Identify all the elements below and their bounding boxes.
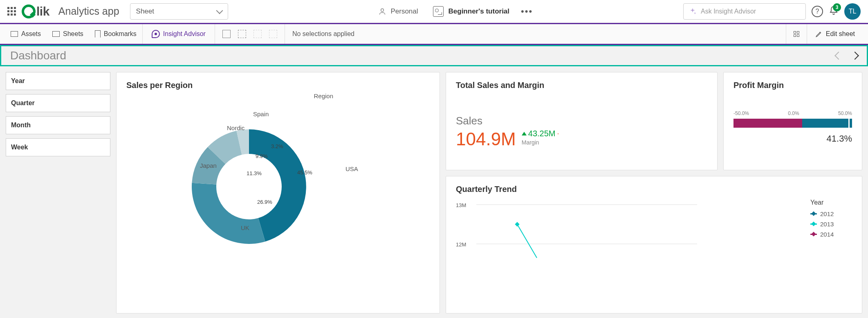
label-nordic: Nordic <box>227 124 244 131</box>
pencil-icon <box>815 30 823 38</box>
next-sheet-button[interactable] <box>851 52 859 60</box>
sales-per-region-card[interactable]: Sales per Region Region Spain Nordic Jap… <box>116 72 440 313</box>
qlik-wordmark: lik <box>36 5 49 18</box>
sheet-dropdown-label: Sheet <box>136 7 154 16</box>
filter-month[interactable]: Month <box>6 116 110 134</box>
svg-point-0 <box>381 9 384 11</box>
pct-usa: 45.5% <box>297 169 312 176</box>
kpi-sub-label: Margin <box>522 139 559 146</box>
app-name: Analytics app <box>58 5 119 17</box>
person-icon <box>378 7 386 16</box>
trend-plot[interactable]: 13M 12M <box>456 199 803 305</box>
sheets-label: Sheets <box>63 30 83 38</box>
filter-year[interactable]: Year <box>6 72 110 90</box>
toolbar-highlight: Assets Sheets Bookmarks Insight Advisor … <box>0 23 868 45</box>
profit-margin-card[interactable]: Profit Margin -50.0% 0.0% 50.0% 41.3% <box>723 72 862 170</box>
filter-quarter[interactable]: Quarter <box>6 94 110 112</box>
legend-dot-icon <box>810 234 817 235</box>
gauge-segment-1 <box>733 119 802 128</box>
sheet-dropdown[interactable]: Sheet <box>130 3 228 20</box>
personal-space-button[interactable]: Personal <box>378 7 418 16</box>
kpi-label: Sales <box>456 115 707 127</box>
step-fwd-icon <box>269 30 277 38</box>
card-title: Total Sales and Margin <box>456 81 707 90</box>
sparkle-icon <box>689 7 697 16</box>
toolbar: Assets Sheets Bookmarks Insight Advisor … <box>0 24 868 44</box>
sheet-title: Dashboard <box>10 49 66 62</box>
sheet-canvas: Year Quarter Month Week Sales per Region… <box>0 66 868 318</box>
donut-chart[interactable]: Region Spain Nordic Japan UK USA 45.5% 2… <box>126 92 430 297</box>
tutorial-link[interactable]: Beginner's tutorial <box>433 6 510 17</box>
top-bar: lik Analytics app Sheet Personal Beginne… <box>0 0 868 23</box>
legend-dot-icon <box>810 223 817 225</box>
sheet-nav <box>836 53 858 59</box>
chevron-down-icon <box>216 7 223 14</box>
assets-label: Assets <box>21 30 41 38</box>
gauge-marker <box>848 119 850 128</box>
total-sales-kpi-card[interactable]: Total Sales and Margin Sales 104.9M 43.2… <box>446 72 718 170</box>
app-icon <box>433 6 444 17</box>
point-2013 <box>515 222 519 226</box>
card-title: Quarterly Trend <box>456 185 852 194</box>
help-button[interactable]: ? <box>812 6 823 17</box>
qlik-logo[interactable]: lik <box>22 5 49 18</box>
gauge-value: 41.3% <box>733 133 852 144</box>
legend-title: Region <box>314 92 333 99</box>
edit-label: Edit sheet <box>826 30 855 38</box>
label-uk: UK <box>241 224 249 231</box>
label-usa: USA <box>345 165 358 172</box>
edit-sheet-button[interactable]: Edit sheet <box>807 24 863 44</box>
legend-dot-icon <box>810 213 817 214</box>
y-tick-12m: 12M <box>456 241 466 248</box>
card-title: Sales per Region <box>126 81 430 90</box>
prev-sheet-button <box>834 52 843 60</box>
pct-uk: 26.9% <box>257 199 272 205</box>
assets-button[interactable]: Assets <box>5 24 47 44</box>
personal-label: Personal <box>390 7 418 16</box>
tutorial-label: Beginner's tutorial <box>449 7 510 16</box>
no-selections-label: No selections applied <box>285 30 354 38</box>
card-title: Profit Margin <box>733 81 852 90</box>
ask-placeholder: Ask Insight Advisor <box>701 8 756 15</box>
slice-uk[interactable] <box>192 183 265 244</box>
notifications-button[interactable]: 3 <box>829 6 839 17</box>
notif-badge: 3 <box>833 3 841 11</box>
filter-pane: Year Quarter Month Week <box>6 72 110 313</box>
dot-icon: · <box>557 129 559 138</box>
selection-tools <box>215 24 285 44</box>
gauge-segment-2 <box>802 119 852 128</box>
line-2013 <box>517 224 537 258</box>
sheets-button[interactable]: Sheets <box>47 24 89 44</box>
gauge-bar <box>733 119 852 128</box>
sheet-grid-button[interactable] <box>786 24 807 44</box>
scale-max: 50.0% <box>838 111 852 116</box>
pct-japan: 11.3% <box>247 170 262 176</box>
trend-up-icon <box>522 132 527 135</box>
user-avatar[interactable]: TL <box>844 3 861 20</box>
scale-min: -50.0% <box>733 111 749 116</box>
filter-week[interactable]: Week <box>6 138 110 156</box>
apps-grid-icon[interactable] <box>7 7 16 16</box>
label-spain: Spain <box>253 111 269 117</box>
smart-search-icon[interactable] <box>222 30 231 38</box>
bookmarks-button[interactable]: Bookmarks <box>89 24 142 44</box>
insight-icon <box>152 30 160 38</box>
assets-icon <box>11 31 18 37</box>
quarterly-trend-card[interactable]: Quarterly Trend 13M 12M Year 2012 2013 <box>446 176 862 313</box>
kpi-value: 104.9M <box>456 129 516 149</box>
insight-advisor-button[interactable]: Insight Advisor <box>142 24 215 44</box>
y-tick-13m: 13M <box>456 202 466 208</box>
qlik-q-icon <box>22 5 36 18</box>
selections-tool-icon[interactable] <box>238 30 246 38</box>
ask-insight-input[interactable]: Ask Insight Advisor <box>683 3 806 20</box>
step-back-icon <box>253 30 262 38</box>
sheets-icon <box>52 31 60 37</box>
more-menu-icon[interactable]: ••• <box>521 6 533 17</box>
pct-nordic: 9.9% <box>256 153 268 159</box>
insight-label: Insight Advisor <box>163 30 206 38</box>
sheet-title-bar: Dashboard <box>0 45 868 66</box>
bookmark-icon <box>95 30 101 38</box>
label-japan: Japan <box>200 162 217 169</box>
bookmarks-label: Bookmarks <box>104 30 137 38</box>
pct-spain: 3.2% <box>271 143 283 149</box>
